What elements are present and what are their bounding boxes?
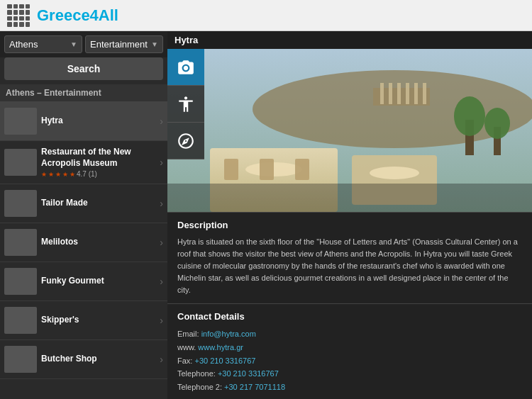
detail-image-section: [167, 49, 532, 212]
description-body: Hytra is situated on the sixth floor of …: [177, 236, 522, 296]
list-item[interactable]: Melilotos ›: [0, 223, 167, 262]
svg-rect-4: [389, 83, 392, 104]
accessibility-button[interactable]: [167, 86, 204, 123]
telephone1-link[interactable]: +30 210 3316767: [218, 369, 279, 378]
detail-title: Hytra: [174, 35, 198, 45]
contact-website: www. www.hytra.gr: [177, 341, 522, 354]
svg-point-1: [253, 70, 532, 148]
list-item[interactable]: Skipper's ›: [0, 301, 167, 340]
svg-point-12: [370, 167, 419, 179]
photo-button[interactable]: [167, 49, 204, 86]
description-title: Description: [177, 220, 522, 230]
star-icon: ★: [48, 171, 54, 178]
venue-name: Skipper's: [41, 315, 155, 326]
accessibility-icon: [177, 95, 195, 113]
list-item[interactable]: Butcher Shop ›: [0, 340, 167, 379]
venue-thumbnail: [4, 190, 37, 217]
telephone2-link[interactable]: +30 217 7071118: [224, 383, 285, 391]
fax-link[interactable]: +30 210 3316767: [194, 356, 255, 365]
venue-thumbnail: [4, 108, 37, 135]
svg-rect-20: [167, 184, 532, 212]
search-button[interactable]: Search: [4, 57, 163, 80]
venue-info: Tailor Made: [37, 198, 160, 209]
compass-icon: [177, 132, 195, 150]
star-icon: ★: [70, 171, 75, 178]
category-header: Athens – Entertainment: [0, 84, 167, 102]
venue-name: Butcher Shop: [41, 354, 155, 365]
venue-list: Hytra › Restaurant of the New Acropolis …: [0, 102, 167, 399]
venue-info: Restaurant of the New Acropolis Museum ★…: [37, 147, 160, 178]
svg-rect-6: [406, 83, 409, 104]
venue-name: Funky Gourmet: [41, 276, 155, 287]
star-icon: ★: [55, 171, 61, 178]
venue-thumbnail: [4, 307, 37, 334]
venue-info: Funky Gourmet: [37, 276, 160, 287]
app-header: Greece4All: [0, 0, 532, 31]
main-layout: Athens ▼ Entertainment ▼ Search Athens –…: [0, 31, 532, 399]
app-icon: [7, 4, 30, 27]
chevron-right-icon: ›: [160, 198, 163, 209]
venue-name: Hytra: [41, 116, 155, 127]
chevron-right-icon: ›: [160, 157, 163, 168]
list-item[interactable]: Restaurant of the New Acropolis Museum ★…: [0, 141, 167, 184]
svg-point-19: [484, 108, 510, 139]
venue-name: Tailor Made: [41, 198, 155, 209]
contact-email: Email: info@hytra.com: [177, 327, 522, 341]
list-item[interactable]: Tailor Made ›: [0, 184, 167, 223]
chevron-down-icon: ▼: [151, 40, 158, 48]
contact-fax: Fax: +30 210 3316767: [177, 354, 522, 368]
location-label: Athens: [9, 39, 38, 50]
chevron-right-icon: ›: [160, 276, 163, 287]
left-panel: Athens ▼ Entertainment ▼ Search Athens –…: [0, 31, 167, 399]
list-item[interactable]: Funky Gourmet ›: [0, 262, 167, 301]
venue-thumbnail: [4, 149, 37, 176]
description-section: Description Hytra is situated on the six…: [167, 212, 532, 303]
venue-thumbnail: [4, 268, 37, 295]
image-overlay-buttons: [167, 49, 204, 159]
svg-rect-15: [295, 159, 309, 180]
detail-panel: Hytra: [167, 31, 532, 399]
venue-info: Skipper's: [37, 315, 160, 326]
chevron-down-icon: ▼: [70, 40, 77, 48]
contact-section: Contact Details Email: info@hytra.com ww…: [167, 303, 532, 399]
svg-point-17: [454, 96, 485, 136]
chevron-right-icon: ›: [160, 116, 163, 127]
chevron-right-icon: ›: [160, 237, 163, 248]
svg-rect-14: [260, 159, 274, 180]
camera-icon: [177, 58, 195, 77]
location-bar: Athens ▼ Entertainment ▼: [0, 31, 167, 57]
email-link[interactable]: info@hytra.com: [201, 330, 256, 338]
app-title: Greece4All: [37, 6, 118, 25]
list-item[interactable]: Hytra ›: [0, 102, 167, 141]
venue-rating: ★ ★ ★ ★ ★ 4.7 (1): [41, 170, 155, 178]
contact-title: Contact Details: [177, 311, 522, 322]
venue-info: Butcher Shop: [37, 354, 160, 365]
svg-rect-13: [224, 159, 238, 180]
star-icon: ★: [62, 171, 68, 178]
location-dropdown[interactable]: Athens ▼: [4, 35, 82, 53]
detail-image-container: [167, 49, 532, 212]
contact-details: Email: info@hytra.com www. www.hytra.gr …: [177, 327, 522, 393]
contact-telephone1: Telephone: +30 210 3316767: [177, 367, 522, 381]
chevron-right-icon: ›: [160, 354, 163, 365]
category-dropdown[interactable]: Entertainment ▼: [85, 35, 163, 53]
venue-info: Hytra: [37, 116, 160, 127]
star-icon: ★: [41, 171, 47, 178]
svg-rect-7: [414, 83, 418, 104]
venue-info: Melilotos: [37, 237, 160, 248]
chevron-right-icon: ›: [160, 315, 163, 326]
venue-name: Melilotos: [41, 237, 155, 248]
rating-value: 4.7 (1): [77, 170, 97, 178]
contact-telephone2: Telephone 2: +30 217 7071118: [177, 381, 522, 394]
category-label: Entertainment: [90, 39, 148, 50]
venue-name: Restaurant of the New Acropolis Museum: [41, 147, 155, 169]
venue-thumbnail: [4, 346, 37, 373]
svg-rect-5: [397, 83, 401, 104]
hero-image: [167, 49, 532, 212]
detail-title-bar: Hytra: [167, 31, 532, 49]
venue-thumbnail: [4, 229, 37, 256]
website-link[interactable]: www.hytra.gr: [198, 343, 243, 352]
svg-rect-3: [380, 83, 384, 104]
svg-rect-8: [423, 83, 426, 104]
map-button[interactable]: [167, 123, 204, 159]
